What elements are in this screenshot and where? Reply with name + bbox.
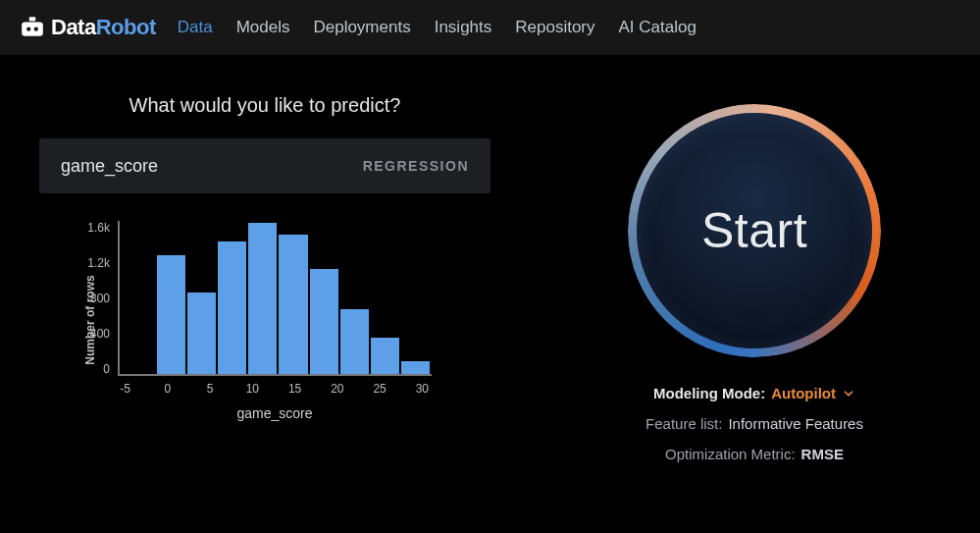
histogram-bar bbox=[371, 338, 401, 374]
brand-text-part1: Data bbox=[51, 15, 96, 40]
nav-repository[interactable]: Repository bbox=[515, 18, 594, 37]
x-tick: -5 bbox=[104, 382, 146, 396]
x-tick: 10 bbox=[232, 382, 274, 396]
y-ticks: 1.6k 1.2k 800 400 0 bbox=[75, 221, 110, 376]
modeling-mode-value: Autopilot bbox=[771, 385, 836, 401]
feature-list-value: Informative Features bbox=[728, 415, 863, 432]
brand-logo[interactable]: DataRobot bbox=[20, 15, 156, 40]
start-button[interactable]: Start bbox=[628, 104, 881, 357]
svg-rect-1 bbox=[29, 17, 36, 21]
histogram-bar bbox=[310, 269, 340, 374]
brand-text-part2: Robot bbox=[96, 15, 156, 40]
plot-area bbox=[118, 221, 432, 376]
y-tick: 0 bbox=[75, 362, 110, 376]
target-feature-name: game_score bbox=[61, 156, 158, 177]
target-problem-type: REGRESSION bbox=[363, 158, 469, 174]
run-panel: Start Modeling Mode: Autopilot Feature l… bbox=[568, 104, 941, 476]
robot-icon bbox=[20, 17, 45, 38]
svg-point-3 bbox=[34, 27, 38, 30]
target-panel: What would you like to predict? game_sco… bbox=[39, 94, 490, 476]
nav-items: Data Models Deployments Insights Reposit… bbox=[178, 18, 696, 37]
optimization-metric-row[interactable]: Optimization Metric: RMSE bbox=[665, 446, 844, 462]
nav-deployments[interactable]: Deployments bbox=[313, 18, 410, 37]
y-tick: 400 bbox=[75, 327, 110, 341]
histogram-bar bbox=[401, 361, 432, 374]
optimization-metric-value: RMSE bbox=[801, 446, 844, 462]
feature-list-row[interactable]: Feature list: Informative Features bbox=[645, 415, 863, 432]
y-tick: 800 bbox=[75, 292, 110, 305]
nav-models[interactable]: Models bbox=[236, 18, 290, 37]
nav-insights[interactable]: Insights bbox=[435, 18, 492, 37]
target-input-box[interactable]: game_score REGRESSION bbox=[39, 138, 490, 193]
histogram-bar bbox=[218, 241, 248, 374]
top-nav: DataRobot Data Models Deployments Insigh… bbox=[0, 0, 980, 55]
histogram-bar bbox=[279, 235, 309, 374]
start-button-inner: Start bbox=[637, 113, 872, 348]
y-tick: 1.6k bbox=[75, 221, 110, 235]
x-tick: 30 bbox=[401, 382, 443, 396]
histogram-bar bbox=[157, 255, 187, 374]
x-tick: 25 bbox=[359, 382, 401, 396]
x-tick: 0 bbox=[146, 382, 188, 396]
x-tick: 15 bbox=[274, 382, 316, 396]
chevron-down-icon bbox=[842, 387, 855, 400]
bars-container bbox=[120, 221, 432, 374]
histogram-bar bbox=[187, 293, 218, 374]
main-content: What would you like to predict? game_sco… bbox=[0, 55, 980, 476]
nav-ai-catalog[interactable]: AI Catalog bbox=[619, 18, 696, 37]
histogram-bar bbox=[340, 309, 371, 374]
histogram-bar bbox=[248, 223, 279, 374]
x-tick: 20 bbox=[316, 382, 358, 396]
feature-list-label: Feature list: bbox=[645, 415, 722, 432]
modeling-mode-row[interactable]: Modeling Mode: Autopilot bbox=[653, 385, 855, 401]
modeling-mode-label: Modeling Mode: bbox=[653, 385, 765, 401]
x-ticks: -5 0 5 10 15 20 25 30 bbox=[104, 382, 443, 396]
x-tick: 5 bbox=[189, 382, 232, 396]
svg-rect-0 bbox=[22, 23, 43, 36]
x-axis-label: game_score bbox=[118, 405, 432, 421]
nav-data[interactable]: Data bbox=[178, 18, 213, 37]
svg-point-2 bbox=[26, 27, 30, 30]
prompt-title: What would you like to predict? bbox=[39, 94, 490, 117]
optimization-metric-label: Optimization Metric: bbox=[665, 446, 796, 462]
y-tick: 1.2k bbox=[75, 256, 110, 270]
target-histogram: Number of rows 1.6k 1.2k 800 400 0 -5 0 … bbox=[49, 221, 461, 437]
start-button-label: Start bbox=[701, 202, 807, 259]
